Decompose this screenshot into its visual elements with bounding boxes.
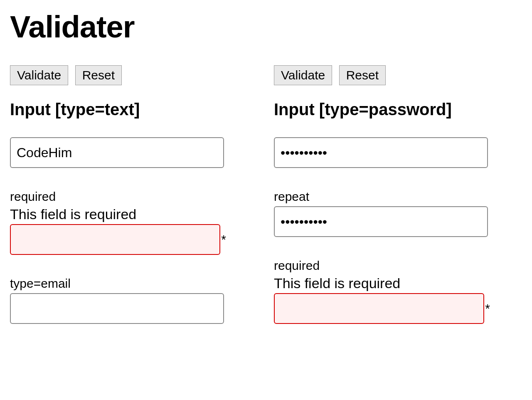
reset-button-right[interactable]: Reset bbox=[339, 65, 386, 85]
field-text-required: required This field is required * bbox=[10, 190, 226, 255]
asterisk-icon: * bbox=[221, 233, 226, 246]
field-email: type=email bbox=[10, 277, 226, 324]
heading-left: Input [type=text] bbox=[10, 100, 226, 119]
button-row-right: Validate Reset bbox=[274, 65, 490, 85]
button-row-left: Validate Reset bbox=[10, 65, 226, 85]
text-input[interactable] bbox=[10, 137, 224, 168]
password-input[interactable] bbox=[274, 137, 488, 168]
asterisk-icon: * bbox=[485, 302, 490, 315]
label-required-right: required bbox=[274, 259, 490, 273]
password-repeat-input[interactable] bbox=[274, 206, 488, 237]
error-required: This field is required bbox=[10, 206, 226, 222]
validate-button-left[interactable]: Validate bbox=[10, 65, 68, 85]
label-repeat: repeat bbox=[274, 190, 490, 204]
columns: Validate Reset Input [type=text] require… bbox=[10, 65, 522, 346]
text-required-input[interactable] bbox=[10, 224, 220, 255]
error-required-right: This field is required bbox=[274, 275, 490, 291]
label-required: required bbox=[10, 190, 226, 204]
column-left: Validate Reset Input [type=text] require… bbox=[10, 65, 226, 346]
password-required-input[interactable] bbox=[274, 293, 484, 324]
email-input[interactable] bbox=[10, 293, 224, 324]
field-password-required: required This field is required * bbox=[274, 259, 490, 324]
field-text-plain bbox=[10, 137, 226, 168]
page-title: Validater bbox=[10, 9, 522, 44]
reset-button-left[interactable]: Reset bbox=[75, 65, 122, 85]
field-password-repeat: repeat bbox=[274, 190, 490, 237]
field-password bbox=[274, 137, 490, 168]
validate-button-right[interactable]: Validate bbox=[274, 65, 332, 85]
column-right: Validate Reset Input [type=password] rep… bbox=[274, 65, 490, 346]
label-email: type=email bbox=[10, 277, 226, 291]
heading-right: Input [type=password] bbox=[274, 100, 490, 119]
